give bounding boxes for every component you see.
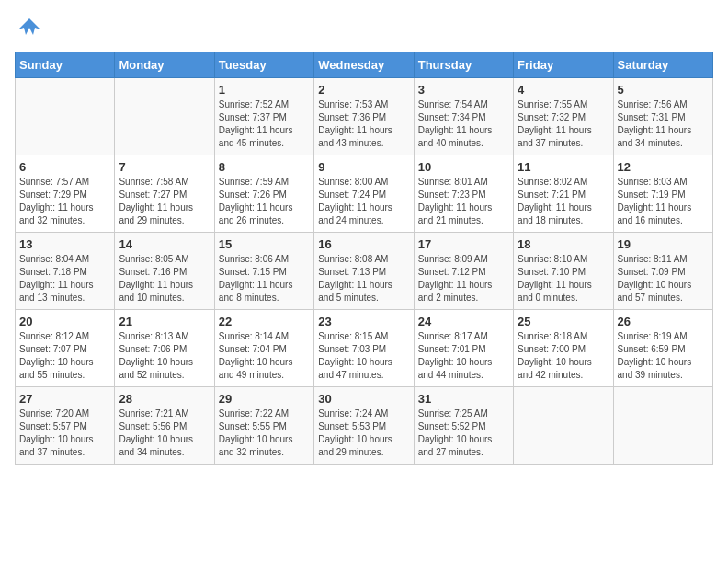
calendar-cell (16, 78, 115, 155)
calendar-cell: 30Sunrise: 7:24 AM Sunset: 5:53 PM Dayli… (314, 387, 414, 465)
day-number: 8 (219, 160, 310, 174)
day-number: 14 (119, 237, 210, 251)
calendar-cell: 14Sunrise: 8:05 AM Sunset: 7:16 PM Dayli… (115, 233, 214, 310)
calendar-cell: 6Sunrise: 7:57 AM Sunset: 7:29 PM Daylig… (16, 155, 115, 233)
calendar-week-row: 6Sunrise: 7:57 AM Sunset: 7:29 PM Daylig… (16, 155, 713, 233)
day-number: 17 (418, 237, 509, 251)
calendar-cell: 5Sunrise: 7:56 AM Sunset: 7:31 PM Daylig… (613, 78, 712, 155)
day-number: 28 (119, 392, 210, 406)
day-number: 27 (19, 392, 110, 406)
calendar-cell (613, 387, 712, 465)
day-info: Sunrise: 7:58 AM Sunset: 7:27 PM Dayligh… (119, 176, 210, 227)
calendar-cell: 31Sunrise: 7:25 AM Sunset: 5:52 PM Dayli… (414, 387, 513, 465)
calendar-cell (514, 387, 613, 465)
calendar-cell: 26Sunrise: 8:19 AM Sunset: 6:59 PM Dayli… (613, 310, 712, 387)
weekday-header: Saturday (613, 52, 712, 78)
calendar-cell: 7Sunrise: 7:58 AM Sunset: 7:27 PM Daylig… (115, 155, 214, 233)
day-number: 21 (119, 315, 210, 328)
calendar-cell: 12Sunrise: 8:03 AM Sunset: 7:19 PM Dayli… (613, 155, 712, 233)
day-info: Sunrise: 8:10 AM Sunset: 7:10 PM Dayligh… (518, 253, 609, 304)
weekday-header: Sunday (16, 52, 115, 78)
day-info: Sunrise: 8:14 AM Sunset: 7:04 PM Dayligh… (219, 330, 310, 382)
day-info: Sunrise: 7:22 AM Sunset: 5:55 PM Dayligh… (219, 408, 310, 459)
day-number: 12 (618, 160, 709, 174)
day-info: Sunrise: 8:09 AM Sunset: 7:12 PM Dayligh… (418, 253, 509, 304)
logo (15, 15, 42, 40)
calendar-cell: 18Sunrise: 8:10 AM Sunset: 7:10 PM Dayli… (514, 233, 613, 310)
day-number: 7 (119, 160, 210, 174)
weekday-header: Tuesday (214, 52, 313, 78)
calendar-cell: 24Sunrise: 8:17 AM Sunset: 7:01 PM Dayli… (414, 310, 513, 387)
day-info: Sunrise: 8:12 AM Sunset: 7:07 PM Dayligh… (19, 330, 110, 382)
day-number: 4 (518, 83, 609, 97)
calendar-cell: 9Sunrise: 8:00 AM Sunset: 7:24 PM Daylig… (314, 155, 414, 233)
calendar-cell: 25Sunrise: 8:18 AM Sunset: 7:00 PM Dayli… (514, 310, 613, 387)
calendar-cell: 29Sunrise: 7:22 AM Sunset: 5:55 PM Dayli… (214, 387, 313, 465)
day-number: 26 (618, 315, 709, 328)
day-number: 22 (219, 315, 310, 328)
day-number: 10 (418, 160, 509, 174)
day-info: Sunrise: 8:19 AM Sunset: 6:59 PM Dayligh… (618, 330, 709, 382)
svg-marker-0 (18, 18, 40, 35)
calendar-cell: 4Sunrise: 7:55 AM Sunset: 7:32 PM Daylig… (514, 78, 613, 155)
day-info: Sunrise: 8:01 AM Sunset: 7:23 PM Dayligh… (418, 176, 509, 227)
day-number: 20 (19, 315, 110, 328)
weekday-header: Wednesday (314, 52, 414, 78)
calendar-table: SundayMondayTuesdayWednesdayThursdayFrid… (15, 52, 713, 465)
day-number: 11 (518, 160, 609, 174)
calendar-cell: 20Sunrise: 8:12 AM Sunset: 7:07 PM Dayli… (16, 310, 115, 387)
weekday-header-row: SundayMondayTuesdayWednesdayThursdayFrid… (16, 52, 713, 78)
day-number: 19 (618, 237, 709, 251)
day-number: 9 (318, 160, 409, 174)
calendar-cell (115, 78, 214, 155)
day-info: Sunrise: 8:03 AM Sunset: 7:19 PM Dayligh… (618, 176, 709, 227)
weekday-header: Thursday (414, 52, 513, 78)
calendar-cell: 16Sunrise: 8:08 AM Sunset: 7:13 PM Dayli… (314, 233, 414, 310)
calendar-cell: 11Sunrise: 8:02 AM Sunset: 7:21 PM Dayli… (514, 155, 613, 233)
day-number: 15 (219, 237, 310, 251)
calendar-week-row: 13Sunrise: 8:04 AM Sunset: 7:18 PM Dayli… (16, 233, 713, 310)
day-info: Sunrise: 7:53 AM Sunset: 7:36 PM Dayligh… (318, 98, 409, 150)
day-number: 6 (19, 160, 110, 174)
day-info: Sunrise: 8:02 AM Sunset: 7:21 PM Dayligh… (518, 176, 609, 227)
day-info: Sunrise: 7:57 AM Sunset: 7:29 PM Dayligh… (19, 176, 110, 227)
day-info: Sunrise: 8:13 AM Sunset: 7:06 PM Dayligh… (119, 330, 210, 382)
calendar-cell: 23Sunrise: 8:15 AM Sunset: 7:03 PM Dayli… (314, 310, 414, 387)
day-info: Sunrise: 7:54 AM Sunset: 7:34 PM Dayligh… (418, 98, 509, 150)
day-info: Sunrise: 8:00 AM Sunset: 7:24 PM Dayligh… (318, 176, 409, 227)
day-info: Sunrise: 7:25 AM Sunset: 5:52 PM Dayligh… (418, 408, 509, 459)
day-info: Sunrise: 8:05 AM Sunset: 7:16 PM Dayligh… (119, 253, 210, 304)
day-number: 1 (219, 83, 310, 97)
logo-bird-icon (17, 15, 42, 40)
day-number: 23 (318, 315, 409, 328)
calendar-cell: 3Sunrise: 7:54 AM Sunset: 7:34 PM Daylig… (414, 78, 513, 155)
day-info: Sunrise: 7:24 AM Sunset: 5:53 PM Dayligh… (318, 408, 409, 459)
calendar-cell: 19Sunrise: 8:11 AM Sunset: 7:09 PM Dayli… (613, 233, 712, 310)
day-number: 18 (518, 237, 609, 251)
weekday-header: Friday (514, 52, 613, 78)
day-number: 25 (518, 315, 609, 328)
page-header (15, 15, 713, 40)
day-number: 31 (418, 392, 509, 406)
calendar-cell: 8Sunrise: 7:59 AM Sunset: 7:26 PM Daylig… (214, 155, 313, 233)
day-number: 29 (219, 392, 310, 406)
day-number: 13 (19, 237, 110, 251)
day-number: 2 (318, 83, 409, 97)
day-info: Sunrise: 8:18 AM Sunset: 7:00 PM Dayligh… (518, 330, 609, 382)
day-info: Sunrise: 8:15 AM Sunset: 7:03 PM Dayligh… (318, 330, 409, 382)
calendar-cell: 21Sunrise: 8:13 AM Sunset: 7:06 PM Dayli… (115, 310, 214, 387)
calendar-week-row: 20Sunrise: 8:12 AM Sunset: 7:07 PM Dayli… (16, 310, 713, 387)
day-info: Sunrise: 7:59 AM Sunset: 7:26 PM Dayligh… (219, 176, 310, 227)
calendar-cell: 13Sunrise: 8:04 AM Sunset: 7:18 PM Dayli… (16, 233, 115, 310)
day-info: Sunrise: 7:20 AM Sunset: 5:57 PM Dayligh… (19, 408, 110, 459)
day-info: Sunrise: 7:52 AM Sunset: 7:37 PM Dayligh… (219, 98, 310, 150)
day-number: 5 (618, 83, 709, 97)
day-number: 3 (418, 83, 509, 97)
calendar-cell: 15Sunrise: 8:06 AM Sunset: 7:15 PM Dayli… (214, 233, 313, 310)
day-number: 30 (318, 392, 409, 406)
day-info: Sunrise: 8:08 AM Sunset: 7:13 PM Dayligh… (318, 253, 409, 304)
day-info: Sunrise: 8:11 AM Sunset: 7:09 PM Dayligh… (618, 253, 709, 304)
day-info: Sunrise: 7:55 AM Sunset: 7:32 PM Dayligh… (518, 98, 609, 150)
calendar-cell: 2Sunrise: 7:53 AM Sunset: 7:36 PM Daylig… (314, 78, 414, 155)
day-info: Sunrise: 8:17 AM Sunset: 7:01 PM Dayligh… (418, 330, 509, 382)
